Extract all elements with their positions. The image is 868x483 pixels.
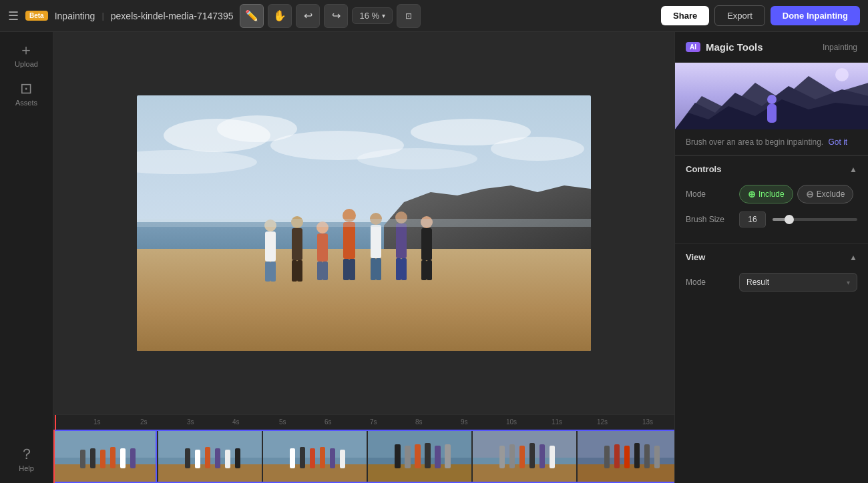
svg-rect-30 bbox=[376, 258, 381, 280]
brush-hint-text: Brush over an area to begin inpainting. bbox=[686, 137, 823, 147]
svg-rect-101 bbox=[156, 430, 157, 483]
panel-header: AI Magic Tools Inpainting bbox=[675, 32, 868, 63]
view-mode-select[interactable]: Result ▾ bbox=[739, 273, 857, 292]
menu-icon[interactable]: ☰ bbox=[8, 9, 19, 23]
controls-section-body: Mode ⊕ Include ⊖ Exclude Brush Size 16 bbox=[675, 179, 868, 244]
timeline-tracks[interactable] bbox=[53, 430, 674, 483]
sidebar-item-help[interactable]: ？ Help bbox=[19, 447, 34, 472]
got-it-link[interactable]: Got it bbox=[828, 137, 847, 147]
include-mode-btn[interactable]: ⊕ Include bbox=[739, 185, 793, 203]
brush-tool-btn[interactable]: ✏️ bbox=[240, 4, 264, 28]
svg-rect-89 bbox=[550, 446, 555, 468]
main-content: ＋ Upload ⊡ Assets ？ Help bbox=[0, 32, 868, 483]
beach-scene-svg bbox=[137, 95, 591, 351]
svg-rect-37 bbox=[421, 260, 427, 280]
undo-btn[interactable]: ↩ bbox=[296, 4, 320, 28]
svg-rect-29 bbox=[371, 258, 376, 280]
upload-label: Upload bbox=[15, 60, 38, 68]
sidebar-item-assets[interactable]: ⊡ Assets bbox=[15, 81, 37, 107]
view-section-header[interactable]: View ▲ bbox=[675, 244, 868, 268]
controls-section-header[interactable]: Controls ▲ bbox=[675, 155, 868, 179]
svg-rect-68 bbox=[330, 448, 335, 468]
ruler-tick-12s: 12s bbox=[597, 418, 608, 426]
svg-rect-102 bbox=[53, 430, 674, 431]
ruler-tick-6s: 6s bbox=[324, 418, 332, 426]
topbar: ☰ Beta Inpainting | pexels-kindel-media-… bbox=[0, 0, 868, 32]
brush-size-value[interactable]: 16 bbox=[739, 211, 766, 227]
video-track bbox=[53, 430, 674, 483]
svg-rect-45 bbox=[90, 448, 95, 468]
redo-btn[interactable]: ↪ bbox=[324, 4, 348, 28]
share-button[interactable]: Share bbox=[661, 6, 709, 25]
canvas-area: 1s 2s 3s 4s 5s 6s 7s 8s 9s 10s 11s 12s 1… bbox=[53, 32, 674, 483]
svg-rect-110 bbox=[767, 104, 777, 123]
playhead bbox=[55, 415, 56, 430]
exclude-icon: ⊖ bbox=[806, 189, 814, 199]
controls-collapse-icon: ▲ bbox=[849, 165, 857, 174]
pan-tool-btn[interactable]: ✋ bbox=[268, 4, 292, 28]
svg-rect-54 bbox=[185, 448, 190, 468]
svg-rect-99 bbox=[654, 446, 660, 468]
help-icon: ？ bbox=[19, 447, 34, 462]
mode-buttons: ⊕ Include ⊖ Exclude bbox=[739, 185, 853, 203]
fit-screen-btn[interactable]: ⊡ bbox=[397, 4, 421, 28]
svg-point-7 bbox=[357, 148, 477, 169]
svg-rect-33 bbox=[396, 258, 401, 280]
panel-preview-image bbox=[675, 63, 868, 129]
timeline-ruler: 1s 2s 3s 4s 5s 6s 7s 8s 9s 10s 11s 12s 1… bbox=[53, 415, 674, 430]
sidebar-item-upload[interactable]: ＋ Upload bbox=[15, 43, 38, 68]
canvas-image[interactable] bbox=[137, 95, 591, 351]
svg-rect-86 bbox=[519, 446, 525, 468]
panel-subtitle: Inpainting bbox=[823, 43, 857, 52]
svg-rect-48 bbox=[120, 448, 126, 468]
ruler-tick-9s: 9s bbox=[461, 418, 468, 426]
left-sidebar: ＋ Upload ⊡ Assets ？ Help bbox=[0, 32, 53, 483]
beta-badge: Beta bbox=[25, 11, 48, 21]
svg-rect-57 bbox=[215, 448, 220, 468]
app-title: Inpainting bbox=[55, 11, 95, 21]
ruler-tick-1s: 1s bbox=[93, 418, 101, 426]
svg-rect-22 bbox=[322, 262, 328, 280]
svg-rect-67 bbox=[320, 447, 325, 468]
svg-rect-84 bbox=[499, 446, 505, 468]
controls-section-title: Controls bbox=[686, 164, 721, 174]
panel-title-row: AI Magic Tools bbox=[686, 41, 763, 53]
svg-rect-38 bbox=[427, 260, 432, 280]
svg-rect-49 bbox=[130, 448, 136, 468]
export-button[interactable]: Export bbox=[714, 5, 765, 26]
svg-rect-32 bbox=[396, 223, 407, 258]
svg-rect-26 bbox=[349, 259, 355, 280]
assets-icon: ⊡ bbox=[20, 81, 32, 96]
exclude-mode-btn[interactable]: ⊖ Exclude bbox=[797, 185, 854, 203]
svg-rect-47 bbox=[110, 447, 116, 468]
preview-svg bbox=[675, 63, 868, 129]
ruler-tick-11s: 11s bbox=[552, 418, 562, 426]
svg-rect-20 bbox=[317, 233, 328, 262]
zoom-display[interactable]: 16 % ▾ bbox=[352, 7, 393, 24]
svg-rect-78 bbox=[435, 446, 441, 468]
svg-rect-85 bbox=[509, 444, 515, 468]
svg-rect-79 bbox=[445, 444, 451, 468]
brush-size-slider[interactable] bbox=[773, 213, 857, 226]
svg-rect-34 bbox=[401, 258, 407, 280]
svg-rect-17 bbox=[292, 260, 297, 282]
brush-slider-thumb[interactable] bbox=[785, 215, 794, 224]
file-name: pexels-kindel-media-7147395 bbox=[111, 11, 234, 21]
svg-rect-98 bbox=[644, 444, 650, 468]
topbar-left: ☰ Beta Inpainting | pexels-kindel-media-… bbox=[8, 4, 654, 28]
view-mode-label: Mode bbox=[686, 278, 739, 287]
svg-rect-28 bbox=[371, 225, 381, 258]
upload-icon: ＋ bbox=[19, 43, 33, 57]
view-mode-value: Result bbox=[746, 278, 769, 287]
svg-rect-25 bbox=[343, 259, 349, 280]
svg-rect-64 bbox=[290, 448, 295, 468]
svg-rect-74 bbox=[395, 444, 401, 468]
track-thumbnails-svg bbox=[53, 430, 674, 483]
ruler-tick-4s: 4s bbox=[232, 418, 240, 426]
svg-point-105 bbox=[835, 68, 849, 81]
include-icon: ⊕ bbox=[748, 189, 756, 199]
svg-rect-39 bbox=[137, 219, 591, 227]
canvas-viewport[interactable] bbox=[53, 32, 674, 414]
done-inpainting-button[interactable]: Done Inpainting bbox=[771, 6, 860, 25]
svg-rect-10 bbox=[137, 249, 591, 351]
